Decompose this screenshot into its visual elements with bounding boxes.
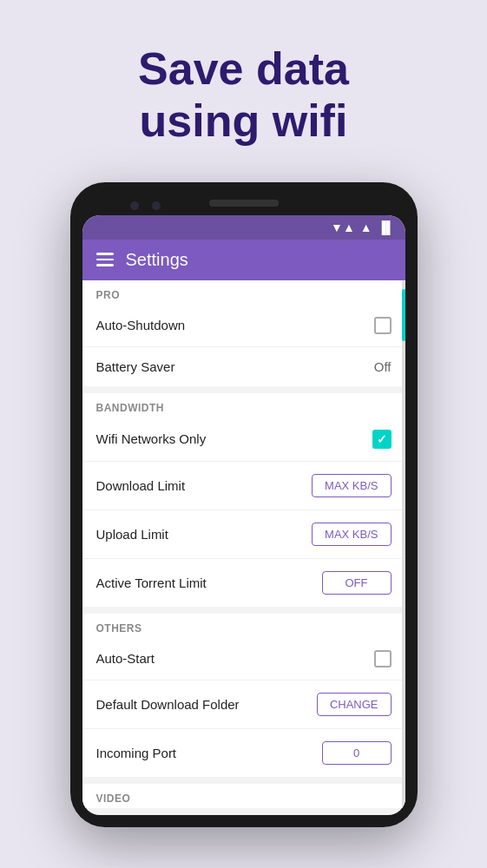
row-active-torrent-limit[interactable]: Active Torrent Limit OFF [82, 559, 405, 607]
speaker-icon [209, 200, 279, 207]
wifi-icon: ▼▲ [331, 220, 355, 234]
value-battery-saver: Off [374, 359, 392, 374]
label-download-limit: Download Limit [96, 478, 186, 493]
scrollbar-thumb [402, 289, 405, 341]
row-upload-limit[interactable]: Upload Limit MAX KB/S [82, 510, 405, 559]
checkbox-auto-start[interactable] [374, 650, 392, 667]
section-video: VIDEO [82, 784, 405, 808]
row-incoming-port[interactable]: Incoming Port 0 [82, 729, 405, 777]
phone-wrapper: ▼▲ ▲ ▐▌ Settings PRO [0, 182, 487, 827]
hamburger-menu-icon[interactable] [96, 253, 114, 266]
label-wifi-networks: Wifi Networks Only [96, 431, 207, 446]
phone-device: ▼▲ ▲ ▐▌ Settings PRO [70, 182, 418, 827]
row-auto-shutdown[interactable]: Auto-Shutdown [82, 305, 405, 347]
label-incoming-port: Incoming Port [96, 746, 177, 760]
label-upload-limit: Upload Limit [96, 527, 168, 542]
checkbox-auto-shutdown[interactable] [374, 317, 392, 334]
label-auto-shutdown: Auto-Shutdown [96, 318, 186, 332]
row-wifi-networks[interactable]: Wifi Networks Only ✓ [82, 418, 405, 462]
settings-content: PRO Auto-Shutdown Battery Saver Off BAND… [82, 280, 405, 808]
section-others: OTHERS Auto-Start Default Download Folde… [82, 614, 405, 777]
section-header-bandwidth: BANDWIDTH [82, 393, 405, 418]
scrollbar[interactable] [402, 280, 405, 808]
section-header-others: OTHERS [82, 614, 405, 638]
section-pro: PRO Auto-Shutdown Battery Saver Off [82, 280, 405, 386]
section-header-pro: PRO [82, 280, 405, 305]
camera-right-icon [152, 201, 161, 210]
label-battery-saver: Battery Saver [96, 359, 175, 374]
phone-top-bar [82, 194, 405, 215]
row-default-download-folder[interactable]: Default Download Folder CHANGE [82, 681, 405, 729]
row-battery-saver[interactable]: Battery Saver Off [82, 347, 405, 386]
label-auto-start: Auto-Start [96, 651, 155, 666]
label-active-torrent-limit: Active Torrent Limit [96, 575, 207, 590]
phone-screen: ▼▲ ▲ ▐▌ Settings PRO [82, 215, 405, 815]
checkbox-wifi-networks[interactable]: ✓ [372, 430, 392, 449]
row-auto-start[interactable]: Auto-Start [82, 638, 405, 681]
battery-icon: ▐▌ [378, 220, 395, 234]
button-upload-limit[interactable]: MAX KB/S [312, 523, 391, 546]
camera-left-icon [130, 201, 139, 210]
row-download-limit[interactable]: Download Limit MAX KB/S [82, 462, 405, 510]
status-bar: ▼▲ ▲ ▐▌ [82, 215, 405, 240]
button-download-limit[interactable]: MAX KB/S [312, 474, 391, 497]
app-bar: Settings [82, 240, 405, 280]
hero-section: Save data using wifi [0, 0, 487, 174]
button-change-folder[interactable]: CHANGE [317, 693, 392, 716]
hero-title: Save data using wifi [52, 43, 435, 148]
label-default-download-folder: Default Download Folder [96, 697, 240, 712]
section-header-video: VIDEO [82, 784, 405, 808]
signal-icon: ▲ [360, 220, 372, 234]
app-bar-title: Settings [126, 250, 188, 270]
section-bandwidth: BANDWIDTH Wifi Networks Only ✓ Download … [82, 393, 405, 607]
button-incoming-port[interactable]: 0 [322, 741, 392, 765]
button-active-torrent-limit[interactable]: OFF [322, 571, 392, 595]
